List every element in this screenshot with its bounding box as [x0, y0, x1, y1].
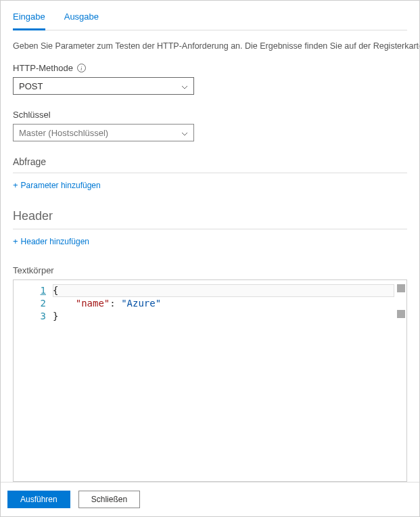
header-section-header: Header	[13, 209, 407, 229]
tabs: Eingabe Ausgabe	[13, 7, 407, 30]
footer: Ausführen Schließen	[1, 482, 419, 516]
http-method-label: HTTP-Methode i	[13, 63, 407, 73]
tab-output[interactable]: Ausgabe	[64, 7, 99, 30]
body-label: Textkörper	[13, 265, 407, 275]
plus-icon: +	[13, 236, 18, 246]
query-section-header: Abfrage	[13, 156, 407, 173]
chevron-down-icon	[181, 83, 188, 89]
close-button[interactable]: Schließen	[78, 491, 140, 508]
description-text: Geben Sie Parameter zum Testen der HTTP-…	[13, 41, 407, 51]
editor-code[interactable]: { "name": "Azure" }	[53, 280, 406, 481]
tab-input[interactable]: Eingabe	[13, 7, 45, 30]
key-label: Schlüssel	[13, 110, 407, 120]
plus-icon: +	[13, 180, 18, 190]
key-select[interactable]: Master (Hostschlüssel)	[13, 124, 194, 141]
http-method-select[interactable]: POST	[13, 77, 194, 95]
add-header-link[interactable]: + Header hinzufügen	[13, 236, 407, 246]
body-editor[interactable]: 1 2 3 { "name": "Azure" }	[13, 279, 407, 482]
key-value: Master (Hostschlüssel)	[19, 128, 108, 138]
info-icon[interactable]: i	[77, 64, 86, 72]
editor-gutter: 1 2 3	[14, 280, 53, 481]
http-method-value: POST	[19, 81, 43, 91]
run-button[interactable]: Ausführen	[7, 491, 70, 508]
chevron-down-icon	[181, 129, 188, 136]
add-parameter-link[interactable]: + Parameter hinzufügen	[13, 180, 407, 190]
